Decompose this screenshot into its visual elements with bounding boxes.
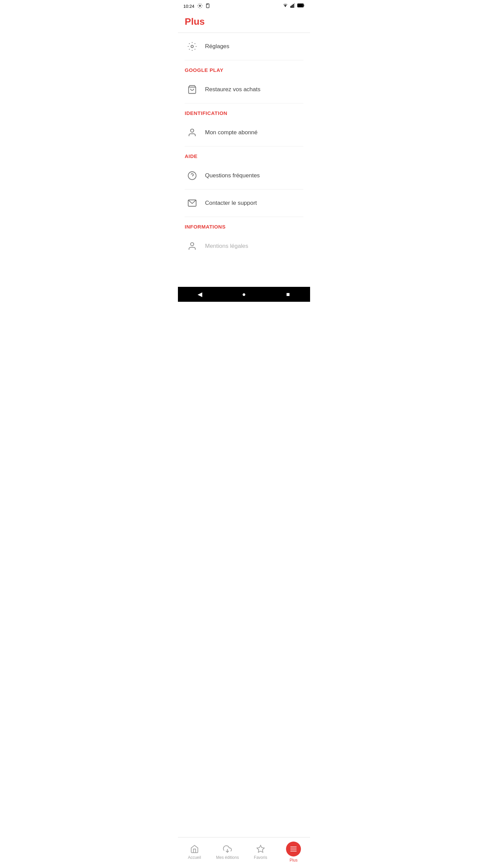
nav-item-accueil[interactable]: Accueil [178,843,211,861]
svg-point-11 [191,45,194,48]
menu-item-restaurer[interactable]: Restaurez vos achats [178,76,310,103]
back-button[interactable]: ◀ [195,289,205,300]
bottom-navigation: Accueil Mes éditions Favoris Plu [178,837,310,868]
mes-editions-nav-label: Mes éditions [216,855,239,860]
status-left: 10:24 [183,3,210,9]
menu-item-faq[interactable]: Questions fréquentes [178,162,310,189]
recent-button[interactable]: ■ [283,289,293,300]
sdcard-status-icon [205,3,210,9]
menu-item-compte[interactable]: Mon compte abonné [178,119,310,146]
question-icon [185,168,200,183]
svg-rect-4 [290,6,291,8]
menu-item-support[interactable]: Contacter le support [178,190,310,217]
nav-item-plus[interactable]: Plus [277,840,310,864]
settings-status-icon [197,3,203,9]
svg-rect-9 [298,4,303,7]
svg-rect-7 [294,3,295,8]
system-nav-bar: ◀ ● ■ [178,287,310,302]
battery-icon [297,3,305,9]
time-display: 10:24 [183,4,195,9]
home-icon [190,844,199,854]
page-title: Plus [185,16,303,27]
favoris-nav-label: Favoris [254,855,267,860]
menu-item-mentions[interactable]: Mentions légales [178,233,310,260]
menu-item-reglages[interactable]: Réglages [178,33,310,60]
informations-title: INFORMATIONS [185,224,226,230]
svg-point-0 [199,5,201,6]
compte-label: Mon compte abonné [205,129,258,136]
person-icon [185,125,200,140]
svg-point-14 [188,172,196,179]
download-cloud-icon [223,844,232,854]
status-right [282,3,305,9]
bag-icon [185,82,200,97]
svg-marker-19 [257,845,264,852]
aide-title: AIDE [185,153,198,159]
faq-label: Questions fréquentes [205,172,260,179]
mentions-person-icon [185,239,200,254]
reglages-label: Réglages [205,43,229,50]
section-aide: AIDE [178,146,310,162]
plus-nav-label: Plus [290,858,298,863]
wifi-icon [282,3,288,9]
mail-icon [185,196,200,211]
section-identification: IDENTIFICATION [178,103,310,119]
section-google-play: GOOGLE PLAY [178,60,310,76]
identification-title: IDENTIFICATION [185,110,227,116]
main-content: Réglages GOOGLE PLAY Restaurez vos achat… [178,33,310,287]
signal-icon [290,3,295,9]
mentions-label: Mentions légales [205,243,248,250]
svg-point-17 [190,243,194,246]
nav-item-mes-editions[interactable]: Mes éditions [211,843,244,861]
accueil-nav-label: Accueil [188,855,201,860]
svg-rect-6 [293,4,294,8]
star-icon [256,844,265,854]
home-button[interactable]: ● [239,289,249,300]
svg-point-13 [190,129,194,132]
menu-circle-icon [286,842,301,856]
nav-item-favoris[interactable]: Favoris [244,843,277,861]
page-header: Plus [178,12,310,33]
restaurer-label: Restaurez vos achats [205,86,260,93]
google-play-title: GOOGLE PLAY [185,67,223,73]
support-label: Contacter le support [205,200,257,206]
section-informations: INFORMATIONS [178,217,310,233]
gear-icon [185,39,200,54]
svg-rect-5 [292,5,293,8]
status-bar: 10:24 [178,0,310,12]
